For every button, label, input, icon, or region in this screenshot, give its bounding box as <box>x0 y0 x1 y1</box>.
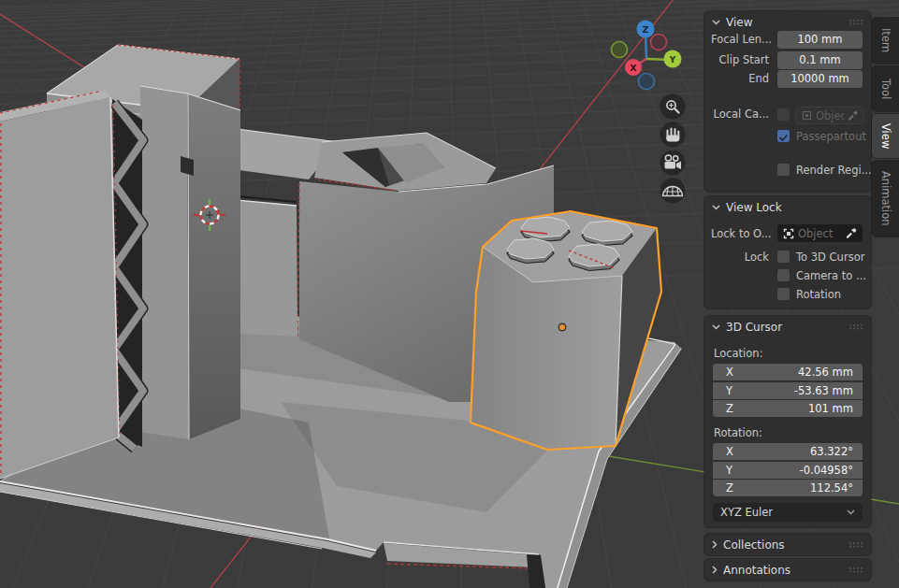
panel-title: View Lock <box>726 201 782 214</box>
rotation-label: Rotation: <box>714 426 762 439</box>
local-camera-label: Local Ca... <box>711 106 769 122</box>
location-label: Location: <box>714 347 763 360</box>
pan-hand-icon[interactable] <box>660 122 686 148</box>
panel-title: Annotations <box>723 564 790 577</box>
navigation-gizmo[interactable]: Z Y X <box>612 21 682 90</box>
tab-item[interactable]: Item <box>872 18 899 64</box>
chevron-down-icon <box>712 20 720 25</box>
cursor-rotation-y-field[interactable]: Y -0.04958° <box>713 462 863 479</box>
lock-to-3d-cursor-checkbox[interactable] <box>777 251 790 263</box>
object-field-ghost-text: Objec <box>816 109 844 122</box>
collections-panel-header[interactable]: Collections <box>704 534 871 555</box>
tab-view[interactable]: View <box>872 114 899 158</box>
lock-camera-to-view-checkbox[interactable] <box>777 269 790 281</box>
blender-3d-viewport[interactable]: Z Y X <box>0 0 899 588</box>
passepartout-checkbox[interactable] <box>777 130 790 142</box>
collections-panel: Collections <box>704 534 871 555</box>
local-camera-checkbox[interactable] <box>777 108 790 121</box>
column-object[interactable] <box>140 86 240 439</box>
clip-end-field[interactable]: 10000 mm <box>777 70 863 88</box>
lock-to-3d-cursor-label: To 3D Cursor <box>796 251 864 264</box>
object-data-icon <box>783 228 794 239</box>
gizmo-minus-x-ball[interactable] <box>651 35 667 50</box>
annotations-panel: Annotations <box>704 559 871 581</box>
lock-to-object-label: Lock to O... <box>711 225 769 242</box>
tab-tool[interactable]: Tool <box>872 66 899 111</box>
object-data-icon <box>802 110 812 121</box>
camera-view-icon[interactable] <box>660 151 686 176</box>
clip-start-field[interactable]: 0.1 mm <box>777 51 863 69</box>
chevron-down-icon <box>847 509 855 515</box>
zoom-icon[interactable] <box>660 94 686 120</box>
chevron-right-icon <box>712 566 718 574</box>
lock-rotation-label: Rotation <box>796 288 841 301</box>
chevron-right-icon <box>712 540 718 549</box>
3d-cursor-panel-header[interactable]: 3D Cursor <box>704 316 871 337</box>
lock-label: Lock <box>711 249 769 265</box>
panel-title: Collections <box>723 538 785 552</box>
panel-title: 3D Cursor <box>726 321 782 334</box>
grip-dots-icon[interactable] <box>848 566 863 573</box>
viewport-tool-buttons <box>660 94 686 204</box>
annotations-panel-header[interactable]: Annotations <box>704 559 871 581</box>
cursor-rotation-x-field[interactable]: X 63.322° <box>713 443 863 460</box>
3d-cursor-panel: 3D Cursor Location: X 42.56 mm Y -53.63 … <box>704 316 871 527</box>
eyedropper-icon[interactable] <box>848 110 858 121</box>
truss-panel-object[interactable] <box>0 90 143 479</box>
lock-to-object-field[interactable]: Object <box>777 224 863 242</box>
tab-animation[interactable]: Animation <box>872 161 899 237</box>
panel-title: View <box>726 16 752 29</box>
gizmo-minus-y-ball[interactable] <box>612 42 628 58</box>
svg-text:X: X <box>630 63 637 73</box>
chevron-down-icon <box>712 205 720 210</box>
focal-length-field[interactable]: 100 mm <box>777 31 863 49</box>
view-lock-panel-header[interactable]: View Lock <box>704 196 871 218</box>
perspective-grid-icon[interactable] <box>660 179 686 204</box>
gizmo-minus-z-ball[interactable] <box>639 74 655 90</box>
object-origin-dot <box>558 323 566 331</box>
focal-length-label: Focal Len... <box>711 31 769 48</box>
lock-rotation-checkbox[interactable] <box>777 288 790 300</box>
svg-text:Z: Z <box>643 24 649 35</box>
grip-dots-icon[interactable] <box>848 19 863 25</box>
grip-dots-icon[interactable] <box>848 541 863 548</box>
object-field-ghost-text: Object <box>798 227 842 240</box>
chevron-down-icon <box>712 324 720 330</box>
cursor-location-x-field[interactable]: X 42.56 mm <box>713 364 863 380</box>
cursor-location-y-field[interactable]: Y -53.63 mm <box>713 382 863 399</box>
cursor-location-z-field[interactable]: Z 101 mm <box>713 400 863 417</box>
eyedropper-icon[interactable] <box>846 228 857 239</box>
clip-end-label: End <box>711 70 769 87</box>
passepartout-label: Passepartout <box>796 130 866 143</box>
render-region-checkbox[interactable] <box>777 164 790 176</box>
lock-camera-to-view-label: Camera to ... <box>796 269 866 282</box>
view-panel-header[interactable]: View <box>704 11 871 33</box>
local-camera-object-field[interactable]: Objec <box>795 107 864 124</box>
euler-mode-dropdown[interactable]: XYZ Euler <box>713 503 863 522</box>
render-region-label: Render Regi... <box>796 164 872 177</box>
svg-text:Y: Y <box>669 54 676 65</box>
clip-start-label: Clip Start <box>711 51 769 68</box>
grip-dots-icon[interactable] <box>848 323 863 330</box>
cursor-rotation-z-field[interactable]: Z 112.54° <box>713 480 863 496</box>
